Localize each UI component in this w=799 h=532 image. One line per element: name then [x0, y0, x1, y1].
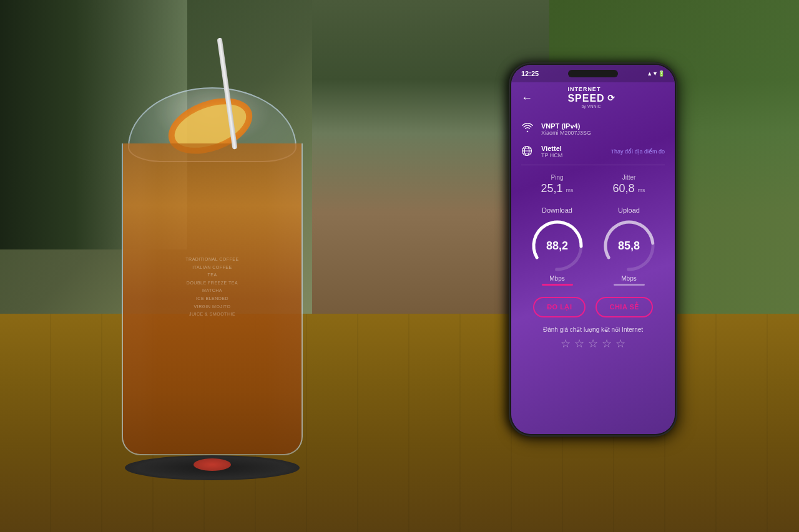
- download-number: 88,2: [546, 240, 568, 251]
- provider-name: Viettel: [541, 145, 562, 152]
- app-logo-name: SPEED: [567, 93, 604, 104]
- star-2[interactable]: ☆: [574, 337, 584, 351]
- punch-hole: [568, 70, 618, 77]
- content-area: VNPT (IPv4) Xiaomi M2007J3SG: [511, 114, 675, 434]
- location-info: Viettel TP HCM: [541, 145, 562, 158]
- jitter-value: 60,8 ms: [612, 182, 645, 195]
- status-time: 12:25: [521, 70, 539, 77]
- network-name: VNPT (IPv4): [541, 122, 591, 130]
- ping-metric: Ping 25,1 ms: [541, 174, 573, 195]
- divider-1: [521, 165, 665, 165]
- star-5[interactable]: ☆: [615, 337, 625, 351]
- action-buttons: ĐO LẠI CHIA SẺ: [521, 294, 665, 320]
- jitter-metric: Jitter 60,8 ms: [612, 174, 645, 195]
- network-device: Xiaomi M2007J3SG: [541, 130, 591, 136]
- rating-label: Đánh giá chất lượng kết nối Internet: [521, 326, 665, 333]
- cup-labels: TRADITIONAL COFFEE ITALIAN COFFEE TEA DO…: [139, 256, 286, 319]
- upload-circle: 85,8: [601, 218, 657, 274]
- phone-screen: 12:25 0,0KB/s ▲▼🔋 ← INTERNET SPEED ⟳ by …: [511, 65, 675, 434]
- download-circle: 88,2: [529, 218, 586, 274]
- upload-value-container: 85,8: [601, 218, 657, 274]
- share-button[interactable]: CHIA SẺ: [596, 297, 652, 317]
- wifi-icon: [521, 123, 535, 135]
- status-icons: ▲▼🔋: [647, 70, 665, 77]
- gauges-row: Download 88,2: [521, 204, 665, 288]
- battery-icon: ▲▼🔋: [647, 70, 665, 77]
- upload-number: 85,8: [618, 240, 640, 251]
- app-header: ← INTERNET SPEED ⟳ by VNNIC: [511, 82, 675, 114]
- logo-symbol: ⟳: [607, 94, 615, 103]
- download-value-container: 88,2: [529, 218, 586, 274]
- drink-cup: TRADITIONAL COFFEE ITALIAN COFFEE TEA DO…: [115, 87, 309, 474]
- star-1[interactable]: ☆: [561, 337, 571, 351]
- phone: 12:25 0,0KB/s ▲▼🔋 ← INTERNET SPEED ⟳ by …: [509, 62, 677, 437]
- cup-body: TRADITIONAL COFFEE ITALIAN COFFEE TEA DO…: [122, 143, 303, 455]
- ping-label: Ping: [541, 174, 573, 181]
- back-button[interactable]: ←: [521, 92, 532, 105]
- rating-section: Đánh giá chất lượng kết nối Internet ☆ ☆…: [521, 326, 665, 351]
- ping-jitter-row: Ping 25,1 ms Jitter 60,8 ms: [521, 172, 665, 198]
- network-info: VNPT (IPv4) Xiaomi M2007J3SG: [541, 122, 591, 136]
- app-logo-top: INTERNET: [567, 87, 614, 93]
- ping-value: 25,1 ms: [541, 182, 573, 195]
- upload-gauge: Upload 85,8: [601, 206, 657, 286]
- wifi-network-row: VNPT (IPv4) Xiaomi M2007J3SG: [521, 120, 665, 138]
- star-3[interactable]: ☆: [588, 337, 598, 351]
- phone-screen-container: 12:25 0,0KB/s ▲▼🔋 ← INTERNET SPEED ⟳ by …: [511, 65, 675, 434]
- location-row: Viettel TP HCM Thay đổi địa điểm đo: [521, 145, 665, 158]
- app-logo-sub: by VNNIC: [567, 104, 614, 109]
- star-4[interactable]: ☆: [602, 337, 612, 351]
- app-logo: INTERNET SPEED ⟳ by VNNIC: [567, 87, 614, 109]
- jitter-label: Jitter: [612, 174, 645, 181]
- star-rating[interactable]: ☆ ☆ ☆ ☆ ☆: [521, 337, 665, 351]
- globe-icon: [521, 145, 535, 158]
- coaster: [125, 455, 300, 480]
- city-name: TP HCM: [541, 152, 562, 158]
- change-location-button[interactable]: Thay đổi địa điểm đo: [610, 148, 665, 155]
- download-gauge: Download 88,2: [529, 206, 586, 286]
- retry-button[interactable]: ĐO LẠI: [533, 297, 586, 317]
